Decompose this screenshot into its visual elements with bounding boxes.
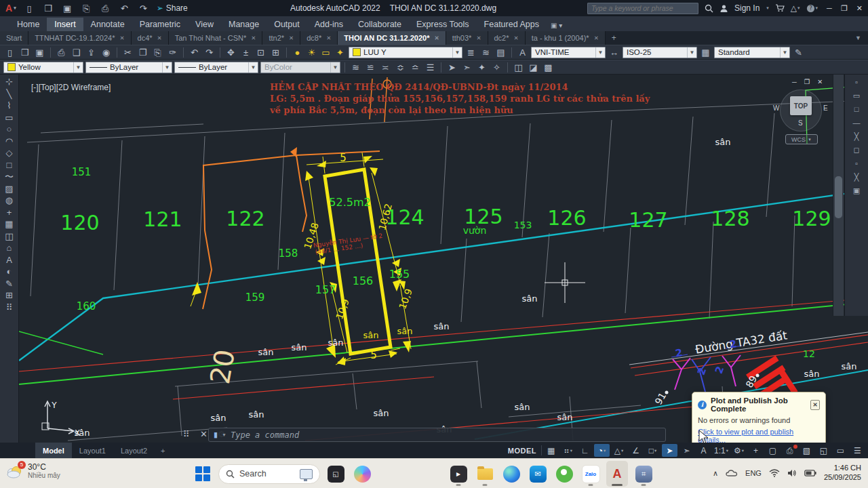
text-style-dropdown[interactable]: VNI-TIME ▼ — [531, 47, 606, 58]
taskbar-app-outlook[interactable]: ✉ — [527, 461, 549, 487]
toolbar-icon[interactable]: ⊹ — [3, 77, 16, 86]
toolbar-icon[interactable]: ▨ — [3, 184, 16, 193]
viewcube-east[interactable]: E — [823, 104, 828, 112]
status-toggle[interactable]: ▦ — [543, 444, 559, 457]
toolbar-icon[interactable]: ≣ — [465, 48, 477, 57]
toolbar-icon[interactable]: ≎ — [394, 63, 407, 72]
close-icon[interactable]: ✕ — [435, 35, 439, 41]
help-icon[interactable]: ? ▾ — [806, 4, 818, 13]
file-tab[interactable]: tth03*✕ — [446, 31, 488, 45]
toolbar-icon[interactable]: □ — [3, 161, 16, 169]
maximize-button[interactable]: ❐ — [841, 4, 848, 13]
toolbar-icon[interactable]: ⎙ — [55, 48, 68, 57]
layout-tab-layout2[interactable]: Layout2 — [113, 443, 155, 458]
file-tab[interactable]: dc2*✕ — [488, 31, 526, 45]
file-tab[interactable]: dc8*✕ — [300, 31, 338, 45]
close-icon[interactable]: ✕ — [251, 35, 256, 41]
color-dropdown[interactable]: Yellow ▼ — [3, 62, 83, 73]
toolbar-icon[interactable]: ≋ — [349, 63, 362, 72]
viewport-controls[interactable]: [-][Top][2D Wireframe] — [31, 83, 111, 92]
status-toggle[interactable]: ∟ — [577, 444, 593, 457]
toolbar-icon[interactable]: ▭ — [850, 92, 863, 100]
table-style-dropdown[interactable]: Standard ▼ — [714, 47, 790, 58]
toolbar-icon[interactable]: ✎ — [3, 279, 16, 288]
ribbon-tab-manage[interactable]: Manage — [221, 18, 267, 31]
status-toggle[interactable]: ◔▾ — [594, 444, 610, 457]
toolbar-icon[interactable]: 〜 — [3, 172, 16, 181]
taskbar-app-calculator[interactable]: ⌗ — [633, 461, 654, 487]
taskbar-app-edge[interactable] — [500, 461, 522, 487]
toolbar-icon[interactable]: ◠ — [3, 137, 16, 146]
new-drawing-tab-button[interactable]: + — [606, 31, 623, 45]
ribbon-tab-featured-apps[interactable]: Featured Apps — [477, 18, 547, 31]
toolbar-icon[interactable]: ▣ — [850, 187, 863, 195]
toolbar-icon[interactable]: ☀ — [305, 48, 318, 57]
toolbar-icon[interactable]: ▭ — [3, 113, 16, 122]
toolbar-icon[interactable]: ✂ — [121, 48, 134, 57]
toolbar-icon[interactable]: ❒ — [18, 48, 31, 57]
status-toggle[interactable]: ⎙ — [782, 444, 797, 457]
status-toggle[interactable]: ▧ — [799, 444, 814, 457]
toolbar-icon[interactable]: ◉ — [100, 48, 113, 57]
toolbar-icon[interactable]: ⊞ — [269, 48, 282, 57]
close-icon[interactable]: ✕ — [157, 35, 162, 41]
linetype-dropdown[interactable]: ByLayer ▼ — [85, 62, 172, 73]
status-toggle[interactable]: ➤ — [662, 444, 677, 457]
text-style-icon[interactable]: A — [516, 48, 529, 57]
toolbar-icon[interactable]: ☰ — [424, 63, 437, 72]
status-toggle[interactable]: A — [696, 444, 711, 457]
file-tab[interactable]: THOI AN DC 31.12.2020*✕ — [338, 31, 446, 45]
scrollbar-thumb[interactable] — [835, 176, 842, 218]
toolbar-icon[interactable]: ◍ — [3, 196, 16, 205]
autodesk-logo-icon[interactable]: △▾ — [791, 3, 800, 13]
toolbar-icon[interactable]: ▦ — [3, 220, 16, 228]
toolbar-icon[interactable]: ✥ — [224, 48, 237, 57]
toolbar-icon[interactable]: ↷ — [137, 4, 150, 13]
toolbar-icon[interactable]: ↶ — [118, 4, 131, 13]
toolbar-icon[interactable]: ▯ — [23, 4, 36, 13]
toolbar-icon[interactable]: ⊞ — [3, 291, 16, 300]
toolbar-icon[interactable]: ✧ — [490, 63, 503, 72]
toolbar-icon[interactable]: ○ — [3, 125, 16, 134]
toolbar-icon[interactable]: ⎙ — [99, 4, 112, 13]
autocad-app-menu[interactable]: A▾ — [5, 3, 16, 14]
vertical-scrollbar[interactable] — [833, 75, 844, 316]
toolbar-icon[interactable]: ≌ — [364, 63, 377, 72]
dim-style-icon[interactable]: ↔ — [608, 48, 620, 57]
toolbar-icon[interactable]: + — [3, 208, 16, 217]
toolbar-icon[interactable]: — — [850, 119, 863, 127]
viewcube-top-face[interactable]: TOP — [790, 96, 812, 115]
toolbar-icon[interactable]: ⠿ — [3, 303, 16, 312]
ribbon-tab-collaborate[interactable]: Collaborate — [351, 18, 409, 31]
new-layout-button[interactable]: + — [155, 447, 171, 455]
close-icon[interactable]: ✕ — [326, 35, 331, 41]
search-icon[interactable] — [705, 4, 713, 13]
share-button[interactable]: ➢ Share — [157, 3, 188, 13]
ribbon-tab-insert[interactable]: Insert — [47, 18, 83, 31]
status-toggle[interactable]: □▾ — [645, 444, 660, 457]
wifi-icon[interactable] — [769, 469, 780, 477]
status-toggle[interactable]: △▾ — [611, 444, 627, 457]
toolbar-icon[interactable]: ◻ — [850, 146, 863, 154]
close-icon[interactable]: ✕ — [289, 35, 294, 41]
file-tab-overflow-icon[interactable]: ▼ — [848, 31, 868, 45]
ribbon-tab-express-tools[interactable]: Express Tools — [409, 18, 477, 31]
model-space-label[interactable]: MODEL — [508, 447, 536, 455]
status-toggle[interactable]: ⠶▾ — [560, 444, 576, 457]
start-button[interactable] — [192, 461, 214, 487]
notification-close-button[interactable]: ✕ — [810, 400, 820, 410]
toolbar-icon[interactable]: ⊡ — [254, 48, 267, 57]
file-tab[interactable]: Start — [0, 31, 28, 45]
status-toggle[interactable]: ▭ — [833, 444, 848, 457]
toolbar-icon[interactable]: ✑ — [166, 48, 179, 57]
weather-widget[interactable]: 5 30°C Nhiều mây — [5, 462, 60, 479]
taskbar-app-zalo[interactable]: Zalo — [580, 461, 601, 487]
chevron-down-icon[interactable]: ▼ — [222, 432, 226, 437]
status-toggle[interactable]: + — [748, 444, 764, 457]
toolbar-icon[interactable]: ● — [291, 48, 304, 57]
viewcube-south[interactable]: S — [798, 119, 803, 127]
wcs-menu[interactable]: WCS▼ — [785, 134, 818, 144]
toolbar-icon[interactable]: ╳ — [850, 133, 863, 140]
layer-dropdown[interactable]: LUU Y ▼ — [349, 47, 462, 58]
toolbar-icon[interactable]: ◫ — [512, 63, 525, 72]
